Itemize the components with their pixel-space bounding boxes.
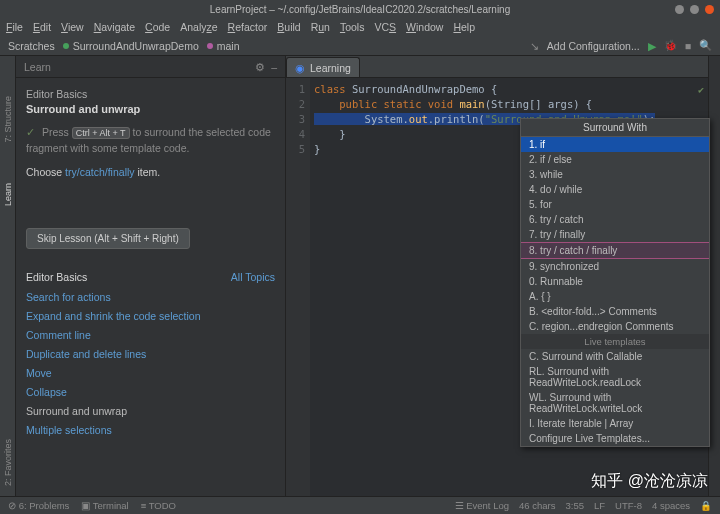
maximize-button[interactable] (690, 5, 699, 14)
debug-icon[interactable]: 🐞 (664, 39, 677, 52)
status-indent[interactable]: 4 spaces (652, 500, 690, 511)
status-line-sep[interactable]: LF (594, 500, 605, 511)
crumb-class[interactable]: SurroundAndUnwrapDemo (63, 40, 199, 52)
left-tool-gutter: 7: Structure Learn 2: Favorites (0, 56, 16, 496)
build-icon[interactable]: ↘ (530, 40, 539, 52)
surround-with-popup: Surround With 1. if 2. if / else 3. whil… (520, 118, 710, 447)
title-bar: LearnProject – ~/.config/JetBrains/IdeaI… (0, 0, 720, 18)
popup-item-configure[interactable]: Configure Live Templates... (521, 431, 709, 446)
learn-panel-title: Learn (24, 61, 51, 73)
popup-item-if[interactable]: 1. if (521, 137, 709, 152)
topic-link[interactable]: Expand and shrink the code selection (26, 310, 275, 322)
all-topics-link[interactable]: All Topics (231, 271, 275, 283)
topic-link[interactable]: Collapse (26, 386, 275, 398)
menu-build[interactable]: Build (277, 21, 300, 33)
popup-item-readlock[interactable]: RL. Surround with ReadWriteLock.readLock (521, 364, 709, 390)
gear-icon[interactable]: ⚙ (255, 61, 265, 73)
tool-terminal[interactable]: ▣ Terminal (81, 500, 128, 511)
popup-item-trycatchfinally[interactable]: 8. try / catch / finally (521, 242, 709, 259)
menu-refactor[interactable]: Refactor (228, 21, 268, 33)
section-title: Editor Basics (26, 88, 275, 100)
status-caret[interactable]: 3:55 (565, 500, 584, 511)
menu-view[interactable]: View (61, 21, 84, 33)
breadcrumb: Scratches SurroundAndUnwrapDemo main (8, 40, 522, 52)
topic-link[interactable]: Move (26, 367, 275, 379)
tool-favorites[interactable]: 2: Favorites (3, 439, 13, 486)
inspections-ok-icon[interactable]: ✔ (698, 82, 704, 97)
popup-title: Surround With (521, 119, 709, 137)
menu-edit[interactable]: Edit (33, 21, 51, 33)
event-log[interactable]: ☰ Event Log (455, 500, 509, 511)
window-buttons (675, 5, 714, 14)
popup-item-ifelse[interactable]: 2. if / else (521, 152, 709, 167)
popup-item-editorfold[interactable]: B. <editor-fold...> Comments (521, 304, 709, 319)
nav-bar: Scratches SurroundAndUnwrapDemo main ↘ A… (0, 36, 720, 56)
topic-link[interactable]: Surround and unwrap (26, 405, 275, 417)
minimize-button[interactable] (675, 5, 684, 14)
window-title: LearnProject – ~/.config/JetBrains/IdeaI… (210, 4, 510, 15)
menu-bar: File Edit View Navigate Code Analyze Ref… (0, 18, 720, 36)
topic-link[interactable]: Comment line (26, 329, 275, 341)
topic-link[interactable]: Search for actions (26, 291, 275, 303)
status-bar: ⊘ 6: Problems ▣ Terminal ≡ TODO ☰ Event … (0, 496, 720, 514)
popup-item-region[interactable]: C. region...endregion Comments (521, 319, 709, 334)
menu-navigate[interactable]: Navigate (94, 21, 135, 33)
tool-learn[interactable]: Learn (3, 183, 13, 206)
topic-list: Search for actions Expand and shrink the… (26, 291, 275, 436)
close-button[interactable] (705, 5, 714, 14)
editor-tabs: ◉ Learning (286, 56, 708, 78)
tool-problems[interactable]: ⊘ 6: Problems (8, 500, 69, 511)
popup-item-iterate[interactable]: I. Iterate Iterable | Array (521, 416, 709, 431)
stop-icon[interactable]: ■ (685, 40, 691, 52)
learn-panel: Learn ⚙ – Editor Basics Surround and unw… (16, 56, 286, 496)
lesson-step-current: Choose try/catch/finally item. (26, 165, 275, 181)
menu-run[interactable]: Run (311, 21, 330, 33)
menu-window[interactable]: Window (406, 21, 443, 33)
popup-item-braces[interactable]: A. { } (521, 289, 709, 304)
crumb-scratches[interactable]: Scratches (8, 40, 55, 52)
hide-icon[interactable]: – (271, 61, 277, 73)
menu-tools[interactable]: Tools (340, 21, 365, 33)
tool-structure[interactable]: 7: Structure (3, 96, 13, 143)
topics-heading: Editor Basics (26, 271, 231, 283)
menu-code[interactable]: Code (145, 21, 170, 33)
popup-item-while[interactable]: 3. while (521, 167, 709, 182)
popup-item-trycatch[interactable]: 6. try / catch (521, 212, 709, 227)
tab-learning[interactable]: ◉ Learning (286, 57, 360, 77)
menu-help[interactable]: Help (453, 21, 475, 33)
lesson-title: Surround and unwrap (26, 103, 275, 115)
menu-vcs[interactable]: VCS (374, 21, 396, 33)
popup-item-callable[interactable]: C. Surround with Callable (521, 349, 709, 364)
crumb-method[interactable]: main (207, 40, 240, 52)
status-chars: 46 chars (519, 500, 555, 511)
popup-item-sync[interactable]: 9. synchronized (521, 259, 709, 274)
status-encoding[interactable]: UTF-8 (615, 500, 642, 511)
menu-analyze[interactable]: Analyze (180, 21, 217, 33)
status-lock-icon[interactable]: 🔒 (700, 500, 712, 511)
popup-item-runnable[interactable]: 0. Runnable (521, 274, 709, 289)
popup-item-tryfinally[interactable]: 7. try / finally (521, 227, 709, 242)
popup-item-writelock[interactable]: WL. Surround with ReadWriteLock.writeLoc… (521, 390, 709, 416)
popup-item-dowhile[interactable]: 4. do / while (521, 182, 709, 197)
add-configuration[interactable]: Add Configuration... (547, 40, 640, 52)
popup-separator: Live templates (521, 334, 709, 349)
menu-file[interactable]: File (6, 21, 23, 33)
topic-link[interactable]: Duplicate and delete lines (26, 348, 275, 360)
java-icon: ◉ (295, 62, 305, 74)
popup-item-for[interactable]: 5. for (521, 197, 709, 212)
line-gutter: 12345 (286, 78, 310, 496)
skip-lesson-button[interactable]: Skip Lesson (Alt + Shift + Right) (26, 228, 190, 249)
lesson-step-done: Press Ctrl + Alt + T to surround the sel… (26, 125, 275, 157)
run-icon[interactable]: ▶ (648, 40, 656, 52)
topic-link[interactable]: Multiple selections (26, 424, 275, 436)
tool-todo[interactable]: ≡ TODO (141, 500, 176, 511)
search-icon[interactable]: 🔍 (699, 39, 712, 52)
